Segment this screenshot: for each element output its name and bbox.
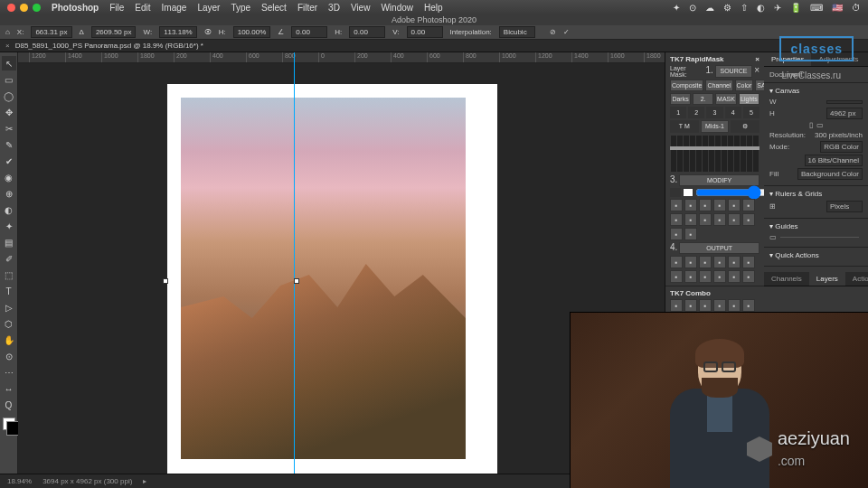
menu-select[interactable]: Select bbox=[261, 3, 287, 13]
zoom-traffic-light[interactable] bbox=[33, 4, 41, 12]
modify-slider[interactable] bbox=[695, 188, 764, 197]
icon-button[interactable]: ▪ bbox=[684, 213, 697, 226]
menu-type[interactable]: Type bbox=[231, 3, 250, 13]
menubar-icon[interactable]: ⇧ bbox=[741, 3, 748, 13]
portrait-icon[interactable]: ▯ bbox=[809, 121, 813, 129]
icon-button[interactable]: ▪ bbox=[742, 213, 755, 226]
canvas-area[interactable]: 1200140016001800200400600800020040060080… bbox=[18, 52, 665, 474]
icon-button[interactable]: ▪ bbox=[728, 199, 741, 211]
commit-transform-icon[interactable]: ✓ bbox=[563, 28, 570, 36]
icon-button[interactable]: ▪ bbox=[684, 256, 697, 268]
icon-button[interactable]: ▪ bbox=[699, 256, 712, 268]
zoom-value[interactable]: 18.94% bbox=[7, 477, 32, 485]
panel-button[interactable]: 4 bbox=[725, 107, 741, 118]
mids-button[interactable]: Mids-1 bbox=[701, 120, 730, 133]
icon-button[interactable]: ▪ bbox=[670, 213, 683, 226]
icon-button[interactable]: ▪ bbox=[684, 199, 697, 211]
icon-button[interactable]: ▪ bbox=[713, 199, 726, 211]
menubar-icon[interactable]: ⏱ bbox=[852, 3, 861, 13]
transform-handle[interactable] bbox=[294, 278, 299, 284]
panel-button[interactable]: 1 bbox=[670, 107, 686, 118]
tm-button[interactable]: T M bbox=[670, 120, 699, 133]
menubar-icon[interactable]: ⚙ bbox=[723, 3, 731, 13]
tool-12[interactable]: ✐ bbox=[2, 251, 16, 266]
x-field[interactable]: 663.31 px bbox=[31, 26, 71, 38]
transform-handle[interactable] bbox=[163, 278, 168, 284]
bits-value[interactable]: 16 Bits/Channel bbox=[805, 155, 863, 166]
panel-button[interactable]: Color bbox=[735, 80, 754, 91]
menu-3d[interactable]: 3D bbox=[328, 3, 340, 13]
interp-field[interactable]: Bicubic bbox=[499, 26, 535, 38]
icon-button[interactable]: ▪ bbox=[713, 270, 726, 283]
landscape-icon[interactable]: ▭ bbox=[816, 121, 824, 129]
menubar-icon[interactable]: 🔋 bbox=[790, 3, 801, 13]
black-swatch[interactable] bbox=[670, 188, 681, 197]
gear-icon[interactable]: ⚙ bbox=[731, 120, 760, 133]
icon-button[interactable]: ▪ bbox=[742, 299, 755, 312]
tool-14[interactable]: T bbox=[2, 284, 16, 298]
icon-button[interactable]: ▪ bbox=[742, 199, 755, 211]
h-field[interactable]: 100.00% bbox=[233, 26, 271, 38]
menu-view[interactable]: View bbox=[351, 3, 371, 13]
angle-field[interactable]: 0.00 bbox=[291, 26, 327, 38]
tool-19[interactable]: ⋯ bbox=[2, 365, 16, 380]
app-menu[interactable]: Photoshop bbox=[52, 3, 99, 13]
menu-file[interactable]: File bbox=[109, 3, 124, 13]
mode-value[interactable]: RGB Color bbox=[820, 141, 863, 153]
icon-button[interactable]: ▪ bbox=[728, 256, 741, 268]
cancel-transform-icon[interactable]: ⊘ bbox=[550, 28, 556, 36]
menu-window[interactable]: Window bbox=[381, 3, 413, 13]
menubar-icon[interactable]: ✦ bbox=[673, 3, 680, 13]
menu-filter[interactable]: Filter bbox=[297, 3, 317, 13]
panel-button[interactable]: Lights bbox=[739, 93, 760, 105]
vertical-guide[interactable] bbox=[294, 52, 295, 474]
menubar-icon[interactable]: 🇺🇸 bbox=[832, 3, 843, 13]
y-field[interactable]: 2609.50 px bbox=[91, 26, 137, 38]
fill-value[interactable]: Background Color bbox=[797, 168, 863, 180]
tool-18[interactable]: ⊙ bbox=[2, 349, 16, 363]
menu-edit[interactable]: Edit bbox=[135, 3, 150, 13]
close-icon[interactable]: × bbox=[754, 65, 760, 78]
icon-button[interactable]: ▪ bbox=[699, 270, 712, 283]
icon-button[interactable]: ▪ bbox=[742, 256, 755, 268]
window-controls[interactable] bbox=[7, 4, 41, 12]
icon-button[interactable]: ▪ bbox=[699, 213, 712, 226]
menu-image[interactable]: Image bbox=[162, 3, 187, 13]
tool-8[interactable]: ⊕ bbox=[2, 186, 16, 201]
tool-16[interactable]: ⬡ bbox=[2, 316, 16, 331]
chevron-right-icon[interactable]: ▸ bbox=[143, 477, 146, 485]
icon-button[interactable]: ▪ bbox=[684, 228, 697, 240]
icon-button[interactable]: ▪ bbox=[699, 199, 712, 211]
tool-15[interactable]: ▷ bbox=[2, 300, 16, 314]
icon-button[interactable]: ▪ bbox=[713, 256, 726, 268]
icon-button[interactable]: ▪ bbox=[713, 213, 726, 226]
icon-button[interactable]: ▪ bbox=[670, 270, 683, 283]
panel-button[interactable]: 3 bbox=[706, 107, 722, 118]
panel-button[interactable]: SAT bbox=[755, 80, 764, 91]
icon-button[interactable]: ▪ bbox=[713, 299, 726, 312]
panel-button[interactable]: 2 bbox=[688, 107, 704, 118]
icon-button[interactable]: ▪ bbox=[728, 270, 741, 283]
tab-channels[interactable]: Channels bbox=[764, 272, 809, 286]
canvas-h[interactable]: 4962 px bbox=[826, 108, 863, 119]
tool-0[interactable]: ↖ bbox=[2, 56, 16, 70]
white-swatch[interactable] bbox=[683, 188, 693, 197]
menu-help[interactable]: Help bbox=[424, 3, 443, 13]
tool-2[interactable]: ◯ bbox=[2, 89, 16, 103]
tool-6[interactable]: ✔ bbox=[2, 154, 16, 168]
tool-3[interactable]: ✥ bbox=[2, 105, 16, 119]
icon-button[interactable]: ▪ bbox=[742, 270, 755, 283]
menubar-icon[interactable]: ✈ bbox=[774, 3, 781, 13]
document-tab[interactable]: D85_5891_1000_PS Panorama.psd @ 18.9% (R… bbox=[15, 42, 203, 50]
panel-button[interactable]: 2. bbox=[693, 93, 713, 105]
grid-icon[interactable]: ⊞ bbox=[769, 202, 776, 211]
icon-button[interactable]: ▪ bbox=[684, 299, 697, 312]
skew-v-field[interactable]: 0.00 bbox=[407, 26, 443, 38]
icon-button[interactable]: ▪ bbox=[670, 256, 683, 268]
close-traffic-light[interactable] bbox=[7, 4, 15, 12]
tab-layers[interactable]: Layers bbox=[809, 272, 845, 286]
menubar-icon[interactable]: ⌨ bbox=[810, 3, 823, 13]
panel-button[interactable]: MASK bbox=[715, 93, 737, 105]
tool-21[interactable]: Q bbox=[2, 398, 16, 412]
home-icon[interactable]: ⌂ bbox=[5, 28, 10, 36]
